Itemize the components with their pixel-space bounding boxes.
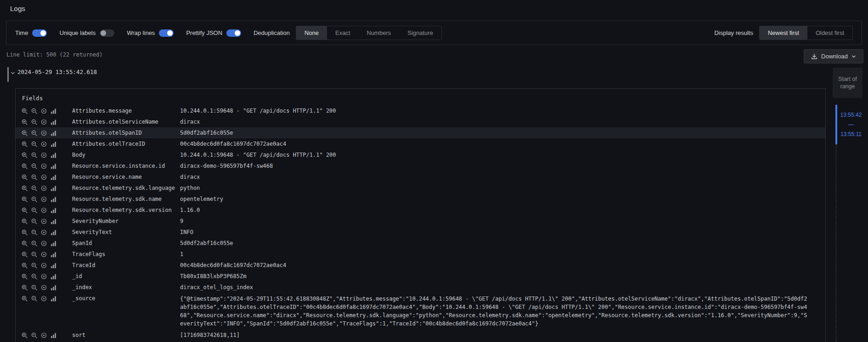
zoom-out-icon[interactable] <box>31 218 37 224</box>
zoom-out-icon[interactable] <box>31 163 37 169</box>
zoom-in-icon[interactable] <box>22 207 28 213</box>
stats-icon[interactable] <box>51 174 56 180</box>
zoom-in-icon[interactable] <box>22 163 28 169</box>
eye-icon[interactable] <box>41 207 47 213</box>
stats-icon[interactable] <box>51 152 56 158</box>
field-row-_source: _source{"@timestamp":"2024-05-29T11:55:4… <box>16 293 825 330</box>
switch-knob <box>235 30 240 36</box>
stats-icon[interactable] <box>51 218 56 224</box>
stats-icon[interactable] <box>51 240 56 246</box>
eye-icon[interactable] <box>41 240 47 246</box>
eye-icon[interactable] <box>41 185 47 191</box>
zoom-out-icon[interactable] <box>31 229 37 235</box>
eye-icon[interactable] <box>41 285 47 291</box>
eye-icon[interactable] <box>41 163 47 169</box>
stats-icon[interactable] <box>51 332 56 338</box>
eye-icon[interactable] <box>41 174 47 180</box>
zoom-out-icon[interactable] <box>31 251 37 257</box>
zoom-in-icon[interactable] <box>22 130 28 136</box>
zoom-out-icon[interactable] <box>31 119 37 125</box>
eye-icon[interactable] <box>41 108 47 114</box>
field-name: Resource.service.instance.id <box>72 162 180 170</box>
log-row-collapse-chevron-icon[interactable] <box>10 69 16 75</box>
stats-icon[interactable] <box>51 262 56 268</box>
zoom-in-icon[interactable] <box>22 196 28 202</box>
eye-icon[interactable] <box>41 218 47 224</box>
eye-icon[interactable] <box>41 152 47 158</box>
segment-option-numbers[interactable]: Numbers <box>359 26 400 40</box>
stats-icon[interactable] <box>51 119 56 125</box>
zoom-out-icon[interactable] <box>31 207 37 213</box>
field-value: diracx-demo-596597bf4f-sw468 <box>180 162 273 170</box>
zoom-in-icon[interactable] <box>22 141 28 147</box>
zoom-in-icon[interactable] <box>22 108 28 114</box>
eye-icon[interactable] <box>41 296 47 302</box>
zoom-in-icon[interactable] <box>22 119 28 125</box>
eye-icon[interactable] <box>41 119 47 125</box>
zoom-out-icon[interactable] <box>31 262 37 268</box>
zoom-in-icon[interactable] <box>22 274 28 279</box>
zoom-out-icon[interactable] <box>31 285 37 291</box>
zoom-in-icon[interactable] <box>22 152 28 158</box>
zoom-out-icon[interactable] <box>31 108 37 114</box>
toggle-switch-time[interactable] <box>32 29 47 37</box>
eye-icon[interactable] <box>41 332 47 338</box>
zoom-in-icon[interactable] <box>22 185 28 191</box>
segment-option-signature[interactable]: Signature <box>399 26 441 40</box>
zoom-in-icon[interactable] <box>22 285 28 291</box>
zoom-out-icon[interactable] <box>31 296 37 302</box>
stats-icon[interactable] <box>51 196 56 202</box>
eye-icon[interactable] <box>41 229 47 235</box>
toggle-switch-wrap-lines[interactable] <box>159 29 174 37</box>
zoom-out-icon[interactable] <box>31 240 37 246</box>
start-of-range-button[interactable]: Start of range <box>833 68 862 98</box>
toggle-switch-prettify-json[interactable] <box>226 29 241 37</box>
zoom-out-icon[interactable] <box>31 141 37 147</box>
stats-icon[interactable] <box>51 108 56 114</box>
stats-icon[interactable] <box>51 130 56 136</box>
field-row-actions <box>22 118 72 125</box>
eye-icon[interactable] <box>41 141 47 147</box>
toggle-group-prettify-json: Prettify JSON <box>186 29 241 37</box>
zoom-out-icon[interactable] <box>31 152 37 158</box>
log-level-bar <box>7 67 9 82</box>
zoom-out-icon[interactable] <box>31 174 37 180</box>
zoom-in-icon[interactable] <box>22 332 28 338</box>
zoom-in-icon[interactable] <box>22 262 28 268</box>
eye-icon[interactable] <box>41 274 47 279</box>
zoom-out-icon[interactable] <box>31 274 37 279</box>
eye-icon[interactable] <box>41 262 47 268</box>
toggle-group-wrap-lines: Wrap lines <box>127 29 174 37</box>
zoom-in-icon[interactable] <box>22 251 28 257</box>
eye-icon[interactable] <box>41 196 47 202</box>
field-name: SpanId <box>72 239 180 247</box>
zoom-in-icon[interactable] <box>22 174 28 180</box>
field-value: Tb80xI8B3lxbP3P685Zm <box>180 273 247 280</box>
field-row-Attributes.otelServiceName: Attributes.otelServiceNamediracx <box>16 116 825 127</box>
stats-icon[interactable] <box>51 207 56 213</box>
zoom-in-icon[interactable] <box>22 296 28 302</box>
stats-icon[interactable] <box>51 274 56 279</box>
zoom-in-icon[interactable] <box>22 229 28 235</box>
stats-icon[interactable] <box>51 185 56 191</box>
stats-icon[interactable] <box>51 296 56 302</box>
zoom-in-icon[interactable] <box>22 218 28 224</box>
eye-icon[interactable] <box>41 251 47 257</box>
zoom-out-icon[interactable] <box>31 196 37 202</box>
download-button[interactable]: Download <box>804 49 863 63</box>
zoom-out-icon[interactable] <box>31 332 37 338</box>
stats-icon[interactable] <box>51 229 56 235</box>
segment-option-none[interactable]: None <box>296 26 327 40</box>
segment-option-newest-first[interactable]: Newest first <box>760 26 807 40</box>
toggle-switch-unique-labels[interactable] <box>100 29 114 37</box>
zoom-out-icon[interactable] <box>31 185 37 191</box>
stats-icon[interactable] <box>51 285 56 291</box>
stats-icon[interactable] <box>51 251 56 257</box>
stats-icon[interactable] <box>51 163 56 169</box>
stats-icon[interactable] <box>51 141 56 147</box>
eye-icon[interactable] <box>41 130 47 136</box>
zoom-out-icon[interactable] <box>31 130 37 136</box>
zoom-in-icon[interactable] <box>22 240 28 246</box>
segment-option-oldest-first[interactable]: Oldest first <box>807 26 852 40</box>
segment-option-exact[interactable]: Exact <box>327 26 359 40</box>
